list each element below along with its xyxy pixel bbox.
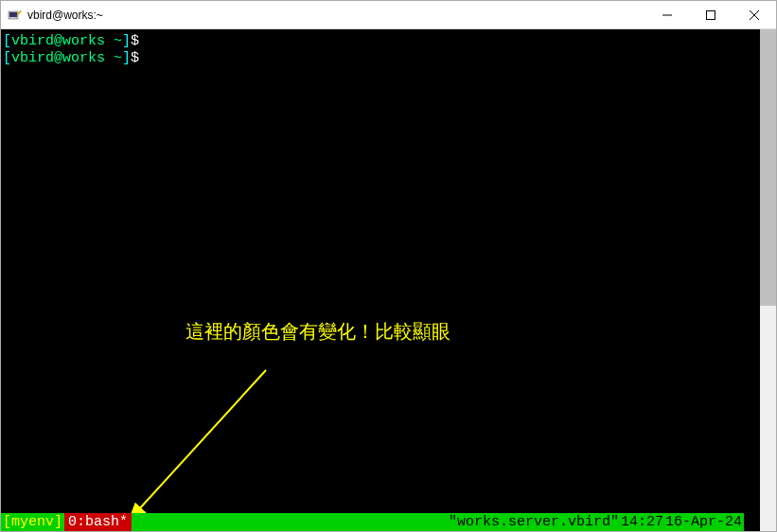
svg-rect-3 <box>707 10 715 19</box>
bracket-close: ] <box>122 50 131 66</box>
bracket-open: [ <box>3 50 11 66</box>
scroll-track[interactable] <box>760 306 776 532</box>
status-date: 16-Apr-24 <box>665 513 744 531</box>
svg-line-6 <box>138 370 266 510</box>
user-host: vbird@works <box>11 50 114 66</box>
terminal-area[interactable]: [vbird@works ~]$ [vbird@works ~]$ 這裡的顏色會… <box>1 29 776 531</box>
prompt-line: [vbird@works ~]$ <box>3 33 758 50</box>
path: ~ <box>114 33 122 49</box>
prompt-symbol: $ <box>131 50 139 66</box>
annotation-arrow <box>115 342 285 531</box>
prompt-line: [vbird@works ~]$ <box>3 50 758 67</box>
bracket-open: [ <box>3 33 11 49</box>
scroll-thumb[interactable] <box>760 29 776 306</box>
status-time: 14:27 <box>619 513 665 531</box>
window-controls <box>645 1 776 29</box>
status-hostname: "works.server.vbird" <box>449 513 619 531</box>
tmux-status-bar: [myenv] 0:bash* "works.server.vbird" 14:… <box>1 513 744 531</box>
svg-rect-1 <box>9 12 17 17</box>
terminal-content[interactable]: [vbird@works ~]$ [vbird@works ~]$ 這裡的顏色會… <box>1 29 760 531</box>
user-host: vbird@works <box>11 33 114 49</box>
maximize-button[interactable] <box>689 1 733 29</box>
status-window: 0:bash* <box>64 513 132 531</box>
putty-window: vbird@works:~ [vbird@works ~]$ [vbird@wo… <box>0 0 777 532</box>
close-button[interactable] <box>733 1 776 29</box>
app-icon <box>7 8 22 23</box>
minimize-button[interactable] <box>645 1 689 29</box>
window-title: vbird@works:~ <box>27 9 645 22</box>
bracket-close: ] <box>122 33 131 49</box>
scrollbar[interactable] <box>760 29 776 531</box>
prompt-symbol: $ <box>131 33 139 49</box>
path: ~ <box>114 50 122 66</box>
titlebar: vbird@works:~ <box>1 1 776 29</box>
annotation-text: 這裡的顏色會有變化！比較顯眼 <box>185 320 450 343</box>
status-session: [myenv] <box>1 513 64 531</box>
